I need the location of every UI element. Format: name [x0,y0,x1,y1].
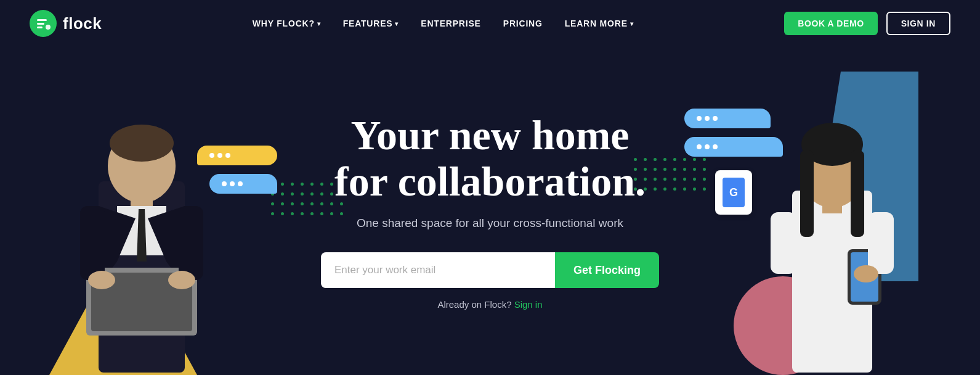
logo-icon [30,10,57,37]
bubble-dot [697,116,702,121]
nav-item-why-flock[interactable]: WHY FLOCK? ▾ [253,19,321,28]
svg-point-6 [110,125,174,162]
woman-with-phone-illustration [752,76,912,373]
man-with-laptop-illustration [55,70,228,373]
already-on-flock-text: Already on Flock? Sign in [321,299,659,310]
hero-title: Your new home for collaboration. [321,112,659,205]
svg-rect-22 [851,150,864,237]
svg-point-2 [46,25,51,30]
nav-item-features[interactable]: FEATURES ▾ [343,19,399,28]
bubble-dot [705,116,710,121]
sign-in-button[interactable]: SIGN IN [886,12,950,35]
logo-svg [35,15,51,31]
chevron-down-icon: ▾ [395,20,399,27]
bubble-dot [705,144,710,149]
email-signup-form: Get Flocking [321,252,659,288]
navigation: flock WHY FLOCK? ▾ FEATURES ▾ ENTERPRISE… [0,0,980,47]
svg-rect-1 [37,23,44,25]
nav-link-pricing[interactable]: PRICING [503,19,543,28]
svg-rect-21 [800,150,814,237]
nav-links: WHY FLOCK? ▾ FEATURES ▾ ENTERPRISE PRICI… [253,19,634,28]
email-input[interactable] [321,252,555,288]
svg-rect-26 [771,212,796,274]
book-demo-button[interactable]: BOOK A DEMO [784,12,877,35]
person-right [752,76,912,375]
logo-text: flock [63,14,102,33]
sign-in-link[interactable]: Sign in [514,299,543,310]
svg-point-28 [854,265,878,282]
svg-rect-15 [179,206,203,280]
chevron-down-icon: ▾ [630,20,634,27]
svg-rect-27 [868,212,894,274]
bubble-dot [238,181,243,186]
hero-content: Your new home for collaboration. One sha… [321,112,659,310]
nav-item-pricing[interactable]: PRICING [503,19,543,28]
logo[interactable]: flock [30,10,102,37]
svg-rect-3 [37,27,43,28]
hero-subtitle: One shared space for all your cross-func… [321,216,659,230]
svg-rect-14 [80,206,105,280]
bubble-dot [230,181,235,186]
person-left [55,70,228,375]
nav-link-enterprise[interactable]: ENTERPRISE [421,19,480,28]
bubble-dot [713,116,718,121]
svg-rect-23 [822,200,842,213]
nav-link-why-flock[interactable]: WHY FLOCK? ▾ [253,19,321,28]
svg-point-17 [168,271,195,289]
chevron-down-icon: ▾ [317,20,321,27]
nav-item-enterprise[interactable]: ENTERPRISE [421,19,480,28]
document-bubble: G [715,170,752,215]
nav-actions: BOOK A DEMO SIGN IN [784,12,950,35]
get-flocking-button[interactable]: Get Flocking [555,252,659,288]
svg-point-16 [88,271,115,289]
bubble-dot [697,144,702,149]
bubble-dot [713,144,718,149]
svg-rect-0 [37,19,47,21]
nav-link-learn-more[interactable]: LEARN MORE ▾ [565,19,634,28]
nav-item-learn-more[interactable]: LEARN MORE ▾ [565,19,634,28]
nav-link-features[interactable]: FEATURES ▾ [343,19,399,28]
document-icon: G [723,178,745,207]
hero-section: G [0,47,980,375]
